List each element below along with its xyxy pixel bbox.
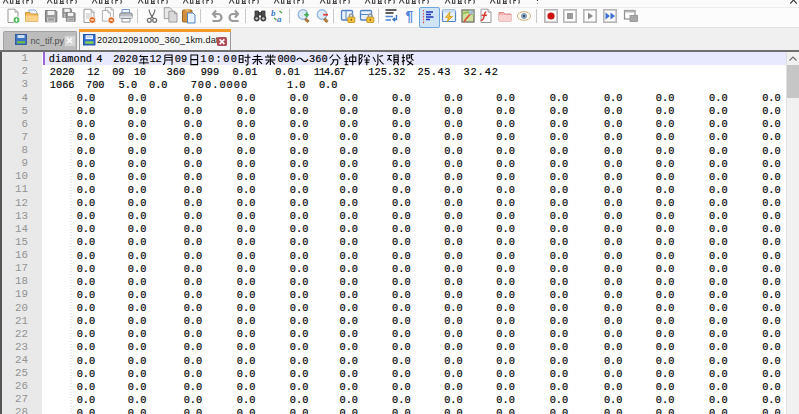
svg-text:a: a (277, 14, 282, 24)
svg-text:¶: ¶ (406, 8, 414, 24)
svg-text:b: b (271, 8, 276, 18)
